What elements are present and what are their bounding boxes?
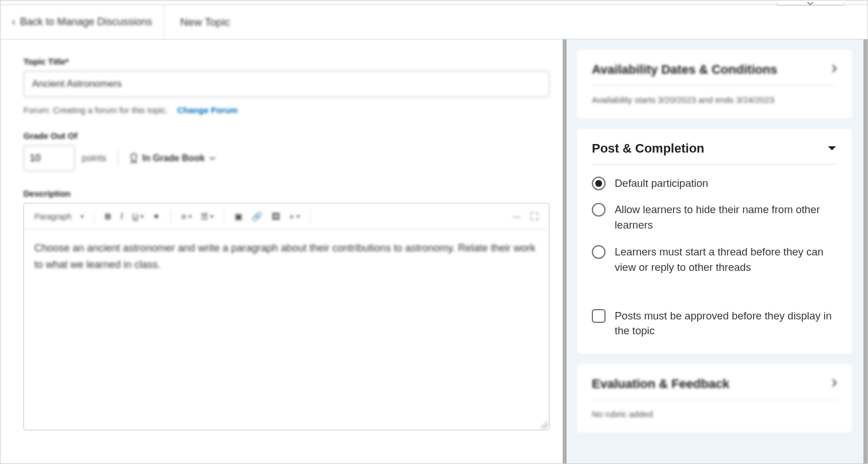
expand-right-icon bbox=[831, 64, 837, 75]
radio-label: Learners must start a thread before they… bbox=[615, 245, 837, 275]
radio-icon bbox=[592, 203, 606, 217]
back-label: Back to Manage Discussions bbox=[20, 16, 152, 28]
main-content: Topic Title* Forum: Creating a forum for… bbox=[1, 39, 567, 463]
radio-default-participation[interactable]: Default participation bbox=[592, 176, 837, 191]
divider bbox=[118, 150, 118, 167]
resize-handle[interactable] bbox=[540, 421, 548, 429]
evaluation-panel: Evaluation & Feedback No rubric added bbox=[577, 364, 852, 433]
back-link[interactable]: ‹ Back to Manage Discussions bbox=[1, 5, 164, 39]
gradebook-label: In Grade Book bbox=[142, 153, 205, 163]
points-label: points bbox=[82, 153, 106, 163]
paragraph-dropdown[interactable]: Paragraph ▾ bbox=[31, 210, 87, 223]
description-label: Description bbox=[23, 189, 546, 198]
page-title: New Topic bbox=[164, 16, 246, 29]
availability-title: Availability Dates & Conditions bbox=[592, 62, 777, 77]
evaluation-summary: No rubric added bbox=[592, 408, 837, 421]
radio-thread-first[interactable]: Learners must start a thread before they… bbox=[592, 245, 837, 275]
list-button[interactable]: ☰▾ bbox=[197, 209, 217, 224]
availability-summary: Availability starts 3/20/2023 and ends 3… bbox=[592, 94, 837, 107]
post-completion-panel: Post & Completion Default participation … bbox=[577, 129, 852, 354]
post-completion-title: Post & Completion bbox=[592, 141, 704, 156]
bold-button[interactable]: B bbox=[101, 209, 114, 223]
chevron-left-icon: ‹ bbox=[12, 16, 15, 28]
code-button[interactable]: ⋯ bbox=[509, 209, 524, 224]
gradebook-dropdown[interactable]: In Grade Book bbox=[130, 153, 216, 163]
radio-label: Default participation bbox=[615, 176, 708, 191]
topic-title-input[interactable] bbox=[23, 71, 550, 97]
expand-right-icon bbox=[831, 378, 837, 390]
availability-header[interactable]: Availability Dates & Conditions bbox=[592, 62, 837, 77]
image-button[interactable]: 🖼 bbox=[268, 209, 284, 223]
availability-panel: Availability Dates & Conditions Availabi… bbox=[577, 50, 852, 118]
collapse-handle[interactable] bbox=[776, 2, 845, 6]
italic-button[interactable]: I bbox=[117, 209, 126, 223]
evaluation-title: Evaluation & Feedback bbox=[592, 377, 730, 391]
align-button[interactable]: ≡▾ bbox=[178, 209, 195, 223]
radio-label: Allow learners to hide their name from o… bbox=[615, 202, 837, 233]
fullscreen-button[interactable]: ⛶ bbox=[527, 209, 542, 223]
chevron-down-icon bbox=[209, 157, 216, 161]
sidebar: Availability Dates & Conditions Availabi… bbox=[567, 39, 867, 463]
insert-button[interactable]: ▣ bbox=[231, 209, 246, 224]
change-forum-link[interactable]: Change Forum bbox=[177, 105, 238, 115]
participation-radio-group: Default participation Allow learners to … bbox=[592, 176, 837, 339]
grade-label: Grade Out Of bbox=[23, 131, 546, 141]
checkbox-approve-posts[interactable]: Posts must be approved before they displ… bbox=[592, 309, 837, 339]
underline-button[interactable]: U▾ bbox=[129, 209, 147, 223]
grade-input[interactable] bbox=[23, 145, 75, 171]
post-completion-header[interactable]: Post & Completion bbox=[592, 141, 837, 156]
top-bar bbox=[1, 1, 867, 5]
format-button[interactable]: ✦ bbox=[149, 209, 164, 224]
rte-toolbar: Paragraph ▾ B I U▾ ✦ ≡▾ ☰▾ ▣ 🔗 🖼 +▾ bbox=[24, 203, 549, 230]
rich-text-editor: Paragraph ▾ B I U▾ ✦ ≡▾ ☰▾ ▣ 🔗 🖼 +▾ bbox=[23, 203, 550, 430]
radio-icon bbox=[592, 245, 606, 259]
forum-info: Forum: Creating a forum for this topic. … bbox=[23, 105, 546, 115]
ribbon-icon bbox=[130, 153, 138, 163]
forum-text: Forum: Creating a forum for this topic. bbox=[23, 105, 168, 115]
rte-content[interactable]: Choose an ancient astronomer and write a… bbox=[24, 230, 549, 430]
page-header: ‹ Back to Manage Discussions New Topic bbox=[1, 5, 867, 39]
evaluation-header[interactable]: Evaluation & Feedback bbox=[592, 377, 837, 391]
checkbox-label: Posts must be approved before they displ… bbox=[615, 309, 837, 339]
radio-icon bbox=[592, 177, 606, 190]
title-label: Topic Title* bbox=[23, 57, 546, 66]
radio-hide-name[interactable]: Allow learners to hide their name from o… bbox=[592, 202, 837, 233]
collapse-down-icon bbox=[827, 143, 837, 154]
checkbox-icon bbox=[592, 309, 606, 323]
more-insert-button[interactable]: +▾ bbox=[286, 209, 303, 223]
link-button[interactable]: 🔗 bbox=[248, 209, 266, 224]
